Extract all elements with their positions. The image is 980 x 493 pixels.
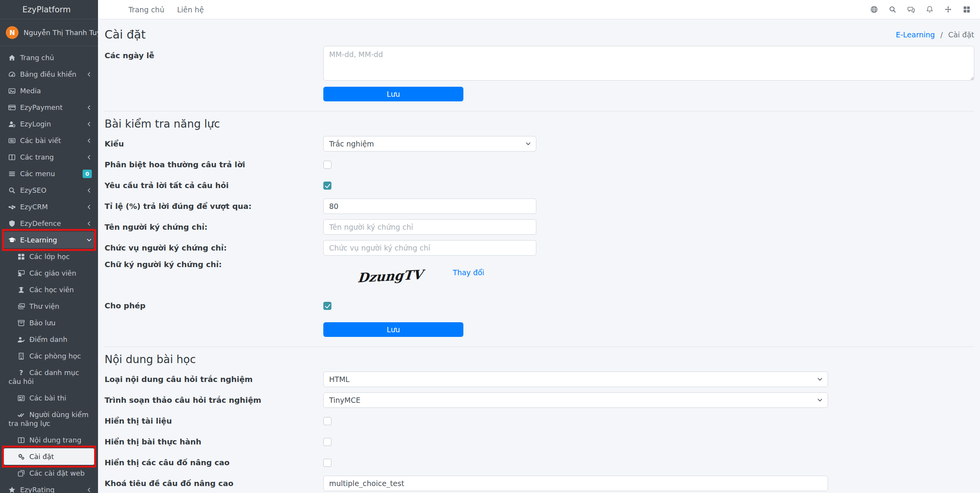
sidebar-item-ezydefence: EzyDefence [3, 215, 95, 232]
form-row-pass-percentage: Tỉ lệ (%) trả lời đúng để vượt qua: [105, 196, 974, 217]
sidebar-link-question-categories[interactable]: ?Các danh mục câu hỏi [3, 364, 95, 390]
sidebar-item-label: EzyPayment [20, 103, 63, 112]
user-badge-icon [8, 120, 16, 128]
sidebar-link-capability-test-users[interactable]: Người dùng kiểm tra năng lực [3, 406, 95, 432]
form-row-certificate-signature: Chữ ký người ký chứng chỉ:DzungTVThay đổ… [105, 258, 974, 295]
holidays-textarea[interactable] [323, 46, 974, 81]
sidebar-item-label: EzyRating [20, 485, 55, 493]
page-title: Cài đặt [105, 28, 145, 41]
sidebar-link-archive[interactable]: Bảo lưu [3, 315, 95, 331]
sidebar-link-ezyseo[interactable]: EzySEO [3, 182, 95, 199]
sidebar-link-menus[interactable]: Các menu0 [3, 165, 95, 182]
user-panel[interactable]: N Nguyễn Thị Thanh Tuyền [0, 19, 98, 46]
bell-icon[interactable] [926, 5, 934, 13]
sidebar-link-home[interactable]: Trang chủ [3, 49, 95, 66]
bars-icon [8, 170, 16, 178]
sidebar-item-archive: Bảo lưu [3, 315, 95, 331]
sidebar-item-label: Bảo lưu [29, 319, 56, 327]
field-label: Hiển thị các câu đố nâng cao [105, 458, 323, 468]
form-row-type: KiểuTrắc nghiệm [105, 133, 974, 154]
content: Cài đặt E-Learning / Cài đặt Các ngày lễ… [98, 19, 980, 493]
globe-icon[interactable] [870, 5, 878, 13]
save-button[interactable]: Lưu [323, 87, 463, 101]
sidebar-link-exams[interactable]: Các bài thi [3, 390, 95, 406]
breadcrumb-parent-link[interactable]: E-Learning [896, 30, 935, 39]
section-divider [105, 111, 974, 111]
sidebar-item-label: Các bài viết [20, 136, 61, 145]
type-select-wrap: Trắc nghiệm [323, 136, 536, 151]
brand-name: EzyPlatform [22, 5, 71, 14]
sidebar-link-students[interactable]: Các học viên [3, 281, 95, 298]
handshake-icon [8, 203, 16, 211]
svg-text:?: ? [19, 369, 23, 377]
sidebar-link-ezycrm[interactable]: EzyCRM [3, 199, 95, 215]
field-control [323, 476, 974, 491]
sidebar-link-media[interactable]: Media [3, 82, 95, 99]
sidebar-link-ezylogin[interactable]: EzyLogin [3, 116, 95, 132]
shield-icon [8, 220, 16, 227]
expand-icon[interactable] [944, 5, 952, 13]
show-documents-checkbox[interactable] [323, 417, 331, 425]
sidebar-link-ezydefence[interactable]: EzyDefence [3, 215, 95, 232]
quiz-editor-select[interactable]: TinyMCE [323, 392, 828, 408]
brand-link[interactable]: EzyPlatform [0, 0, 98, 19]
user-graduate-icon [17, 286, 25, 294]
sidebar-item-page-content: Nội dung trang [3, 432, 95, 448]
sidebar-item-media: Media [3, 82, 95, 99]
advanced-quiz-title-key-input[interactable] [323, 476, 828, 491]
navbar-links: Trang chủLiên hệ [128, 5, 204, 14]
navbar-link-1[interactable]: Trang chủ [128, 5, 164, 14]
certificate-signer-name-input[interactable] [323, 219, 536, 235]
change-signature-link[interactable]: Thay đổi [453, 268, 485, 277]
sidebar-link-posts[interactable]: Các bài viết [3, 132, 95, 149]
sidebar-item-label: Các lớp học [29, 252, 70, 261]
sidebar-link-page-content[interactable]: Nội dung trang [3, 432, 95, 448]
section-divider [105, 347, 974, 347]
sidebar-link-attendance[interactable]: Điểm danh [3, 331, 95, 348]
show-practices-checkbox[interactable] [323, 438, 331, 446]
app-root: EzyPlatform N Nguyễn Thị Thanh Tuyền Tra… [0, 0, 980, 493]
navbar-link-2[interactable]: Liên hệ [177, 5, 204, 14]
signature-image: DzungTV [357, 267, 423, 285]
type-select[interactable]: Trắc nghiệm [323, 136, 536, 151]
comments-icon[interactable] [907, 5, 915, 13]
sidebar-toggle-icon[interactable] [108, 5, 117, 14]
quiz-content-type-select[interactable]: HTML [323, 372, 828, 387]
sidebar-link-classrooms[interactable]: Các phòng học [3, 348, 95, 364]
question-icon: ? [17, 369, 25, 377]
sidebar-link-classes[interactable]: Các lớp học [3, 248, 95, 265]
pass-percentage-input[interactable] [323, 199, 536, 214]
show-advanced-quizzes-checkbox[interactable] [323, 459, 331, 467]
certificate-signer-title-input[interactable] [323, 240, 536, 256]
sidebar-link-library[interactable]: Thư viện [3, 298, 95, 315]
field-label: Hiển thị bài thực hành [105, 437, 323, 447]
sidebar-link-teachers[interactable]: Các giáo viên [3, 265, 95, 281]
sidebar-link-web-settings[interactable]: Các cài đặt web [3, 465, 95, 481]
form-row-case-sensitive-answer: Phân biệt hoa thường câu trả lời [105, 154, 974, 175]
sidebar-link-elearning[interactable]: E-Learning [3, 232, 95, 248]
grid-icon[interactable] [963, 5, 971, 13]
enabled-checkbox[interactable] [323, 302, 331, 310]
sidebar-link-ezypayment[interactable]: EzyPayment [3, 99, 95, 116]
sidebar-link-dashboard[interactable]: Bảng điều khiển [3, 66, 95, 82]
columns-icon [8, 153, 16, 161]
case-sensitive-answer-checkbox[interactable] [323, 161, 331, 169]
field-control [323, 302, 974, 310]
cogs-icon [17, 453, 25, 461]
quiz-editor-select-wrap: TinyMCE [323, 392, 828, 408]
form-row-quiz-content-type: Loại nội dung câu hỏi trắc nghiệmHTML [105, 369, 974, 390]
field-control: TinyMCE [323, 392, 974, 408]
require-answer-all-checkbox[interactable] [323, 182, 331, 190]
save-button[interactable]: Lưu [323, 322, 463, 337]
search-icon[interactable] [889, 5, 897, 13]
sidebar-link-settings[interactable]: Cài đặt [3, 448, 95, 465]
field-label: Khoá tiêu đề câu đố nâng cao [105, 479, 323, 488]
sidebar-link-ezyrating[interactable]: EzyRating [3, 481, 95, 493]
sidebar-item-question-categories: ?Các danh mục câu hỏi [3, 364, 95, 390]
main-area: Trang chủLiên hệ Cài đặt E-Learning / Cà… [98, 0, 980, 493]
field-label: Chữ ký người ký chứng chỉ: [105, 260, 323, 269]
sidebar-item-elearning: E-LearningCác lớp họcCác giáo viênCác họ… [3, 232, 95, 481]
chevron-left-icon [86, 138, 92, 143]
sidebar-link-pages[interactable]: Các trang [3, 149, 95, 165]
breadcrumb-current: Cài đặt [948, 30, 974, 39]
